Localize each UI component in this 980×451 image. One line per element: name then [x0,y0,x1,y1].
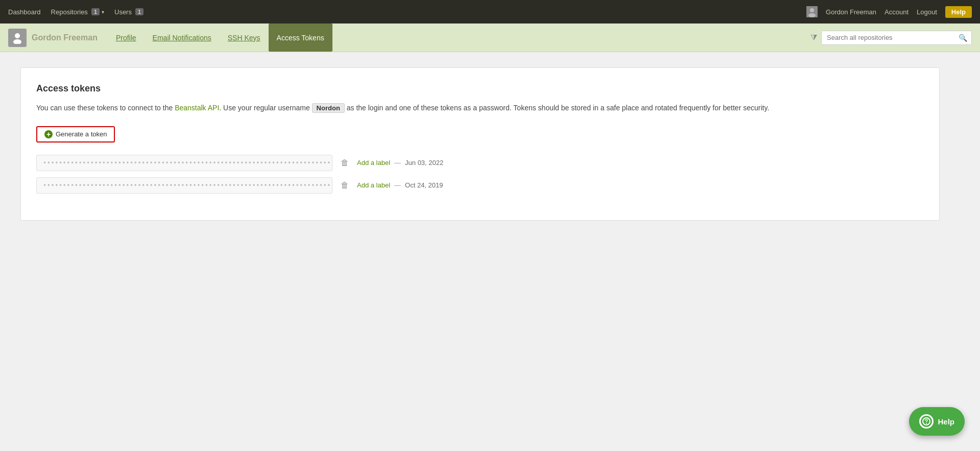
delete-token-2-icon[interactable]: 🗑 [339,179,351,192]
api-link[interactable]: Beanstalk API [175,104,219,112]
token-meta-2: Add a label — Oct 24, 2019 [357,181,443,189]
users-link[interactable]: Users [114,8,132,16]
description: You can use these tokens to connect to t… [36,102,924,114]
token-date-2: Oct 24, 2019 [405,181,443,189]
token-field-1: ••••••••••••••••••••••••••••••••••••••••… [36,155,332,171]
generate-btn-label: Generate a token [56,130,107,138]
repositories-badge: 1 [91,8,100,15]
description-suffix: as the login and one of these tokens as … [345,104,769,112]
description-middle: . Use your regular username [219,104,312,112]
svg-point-6 [926,423,927,424]
add-label-link-1[interactable]: Add a label [357,159,390,167]
avatar-section: Gordon Freeman [8,29,98,47]
help-fab-button[interactable]: Help [909,407,965,436]
logout-link[interactable]: Logout [917,8,937,16]
profile-link[interactable]: Profile [108,23,145,52]
token-meta-1: Add a label — Jun 03, 2022 [357,159,443,167]
content-box: Access tokens You can use these tokens t… [20,67,940,221]
account-link[interactable]: Account [885,8,909,16]
token-value-2: ••••••••••••••••••••••••••••••••••••••••… [43,182,332,189]
page-heading: Access tokens [36,83,924,94]
access-tokens-link[interactable]: Access Tokens [269,23,332,52]
help-fab-icon [919,414,934,429]
token-value-1: ••••••••••••••••••••••••••••••••••••••••… [43,159,332,167]
users-group: Users 1 [114,8,144,16]
plus-icon: + [44,130,53,138]
help-fab-label: Help [938,417,954,426]
repositories-dropdown-arrow[interactable]: ▾ [102,9,104,15]
users-badge: 1 [135,8,144,15]
search-box: 🔍 [821,31,972,45]
delete-token-1-icon[interactable]: 🗑 [339,156,351,170]
dashboard-link[interactable]: Dashboard [8,8,41,16]
search-input[interactable] [822,31,954,44]
profile-nav-links: Profile Email Notifications SSH Keys Acc… [108,23,332,52]
profile-nav-right: ⧩ 🔍 [810,31,972,45]
ssh-keys-link[interactable]: SSH Keys [220,23,269,52]
profile-nav: Gordon Freeman Profile Email Notificatio… [0,23,980,52]
main-content: Access tokens You can use these tokens t… [0,52,960,236]
search-button[interactable]: 🔍 [954,31,971,44]
top-nav: Dashboard Repositories 1 ▾ Users 1 Gordo… [0,0,980,23]
token-row: ••••••••••••••••••••••••••••••••••••••••… [36,155,924,171]
token-row: ••••••••••••••••••••••••••••••••••••••••… [36,177,924,194]
avatar [8,29,27,47]
top-nav-username: Gordon Freeman [826,8,876,16]
svg-point-2 [808,13,816,17]
svg-point-4 [13,39,21,44]
username-highlight: Nordon [312,103,345,113]
filter-icon: ⧩ [810,33,817,42]
token-date-1: Jun 03, 2022 [405,159,443,167]
svg-point-3 [15,33,20,38]
token-dash-1: — [394,159,401,167]
repositories-link[interactable]: Repositories [51,8,88,16]
add-label-link-2[interactable]: Add a label [357,181,390,189]
top-nav-right: Gordon Freeman Account Logout Help [806,6,972,18]
svg-point-1 [810,8,814,12]
help-button-top[interactable]: Help [945,6,972,18]
generate-token-button[interactable]: + Generate a token [36,126,115,143]
token-field-2: ••••••••••••••••••••••••••••••••••••••••… [36,177,332,194]
user-avatar-small [806,6,818,17]
email-notifications-link[interactable]: Email Notifications [145,23,220,52]
profile-username: Gordon Freeman [32,33,98,42]
token-dash-2: — [394,181,401,189]
repositories-group: Repositories 1 ▾ [51,8,104,16]
description-prefix: You can use these tokens to connect to t… [36,104,175,112]
